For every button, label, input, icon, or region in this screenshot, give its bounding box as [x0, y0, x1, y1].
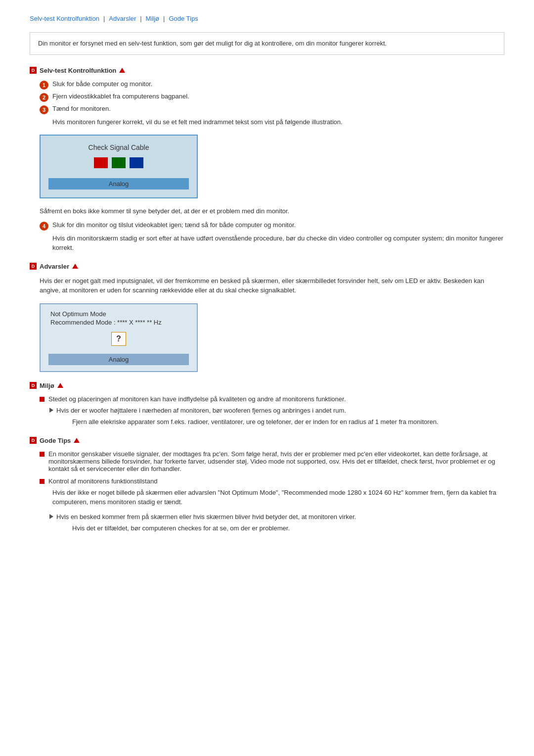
gode-tips-bullet-sq-2 — [40, 479, 44, 484]
step-4-text: Sluk for din monitor og tilslut videokab… — [52, 221, 296, 229]
miljo-sub-1: Hvis der er woofer højttalere i nærheden… — [49, 406, 504, 416]
nav-link-miljo[interactable]: Miljø — [146, 15, 159, 22]
selv-test-triangle — [119, 68, 125, 73]
gode-tips-sub-1-cont: Hvis det er tilfældet, bør computeren ch… — [30, 523, 504, 533]
color-blocks — [94, 157, 143, 168]
nav-link-selv-test[interactable]: Selv-test Kontrolfunktion — [30, 15, 99, 22]
advarsler-text: Hvis der er noget galt med inputsignalet… — [30, 276, 504, 295]
nav-bar: Selv-test Kontrolfunktion | Advarsler | … — [30, 15, 504, 22]
step-4-note: Hvis din monitorskærm stadig er sort eft… — [30, 234, 504, 253]
gode-tips-bullet-2: Kontrol af monitorens funktionstilstand — [30, 477, 504, 485]
step-3-note: Hvis monitoren fungerer korrekt, vil du … — [30, 117, 504, 127]
step-3-text: Tænd for monitoren. — [52, 105, 111, 112]
gode-tips-bullet-2-text: Kontrol af monitorens funktionstilstand — [48, 477, 157, 485]
question-mark-box: ? — [111, 332, 126, 346]
miljo-triangle — [57, 383, 63, 388]
monitor-bottom-bar: Analog — [48, 178, 189, 189]
miljo-title: Miljø — [40, 382, 54, 389]
selv-test-title: Selv-test Kontrolfunktion — [40, 67, 116, 74]
gode-tips-bullet-sq-1 — [40, 452, 44, 457]
info-box: Din monitor er forsynet med en selv-test… — [30, 32, 504, 55]
gode-tips-sub-1-text: Hvis en besked kommer frem på skærmen el… — [56, 512, 356, 522]
advarsler-triangle — [72, 264, 78, 269]
not-opt-title: Not Optimum Mode — [48, 310, 106, 318]
step-3-number: 3 — [40, 105, 48, 114]
gode-tips-header: D Gode Tips — [30, 437, 504, 444]
step-2-number: 2 — [40, 93, 48, 102]
gode-tips-bullet-1: En monitor genskaber visuelle signaler, … — [30, 450, 504, 472]
info-box-text: Din monitor er forsynet med en selv-test… — [38, 40, 387, 47]
gode-tips-bullet-1-text: En monitor genskaber visuelle signaler, … — [48, 450, 504, 472]
monitor-illustration: Check Signal Cable Analog — [40, 135, 198, 198]
gode-tips-bullet-2-note: Hvis der ikke er noget billede på skærme… — [30, 488, 504, 507]
gode-tips-icon: D — [30, 437, 37, 444]
gode-tips-title: Gode Tips — [40, 437, 71, 444]
step-4-number: 4 — [40, 222, 48, 231]
nav-separator-2: | — [140, 15, 141, 22]
not-opt-bottom: Analog — [48, 354, 189, 365]
step-2: 2 Fjern videostikkablet fra computerens … — [30, 93, 504, 102]
nav-separator-1: | — [103, 15, 105, 22]
advarsler-header: D Advarsler — [30, 263, 504, 270]
miljo-icon: D — [30, 382, 37, 389]
miljo-sub-1-text: Hvis der er woofer højttalere i nærheden… — [56, 406, 346, 416]
not-opt-sub: Recommended Mode : **** X **** ** Hz — [48, 319, 162, 326]
color-block-green — [112, 157, 126, 168]
selv-test-icon: D — [30, 67, 37, 74]
gode-tips-triangle — [74, 438, 80, 443]
color-block-blue — [130, 157, 143, 168]
monitor-display-title: Check Signal Cable — [89, 143, 149, 151]
nav-separator-3: | — [163, 15, 165, 22]
miljo-sub-1-cont: Fjern alle elekriske apparater som f.eks… — [30, 417, 504, 427]
color-block-red — [94, 157, 108, 168]
step-1-number: 1 — [40, 81, 48, 90]
step-4: 4 Sluk for din monitor og tilslut videok… — [30, 221, 504, 231]
miljo-bullet-1-text: Stedet og placeringen af monitoren kan h… — [48, 395, 346, 403]
step-2-text: Fjern videostikkablet fra computerens ba… — [52, 93, 189, 100]
nav-link-advarsler[interactable]: Advarsler — [109, 15, 136, 22]
nav-link-gode-tips[interactable]: Gode Tips — [169, 15, 198, 22]
selv-test-header: D Selv-test Kontrolfunktion — [30, 67, 504, 74]
step-1-text: Sluk for både computer og monitor. — [52, 80, 152, 88]
miljo-bullet-sq — [40, 397, 44, 402]
gode-tips-sub-1: Hvis en besked kommer frem på skærmen el… — [49, 512, 504, 522]
advarsler-title: Advarsler — [40, 263, 69, 270]
miljo-arrow-1 — [49, 408, 53, 413]
miljo-bullet-1: Stedet og placeringen af monitoren kan h… — [30, 395, 504, 403]
not-optimum-illustration: Not Optimum Mode Recommended Mode : ****… — [40, 303, 198, 372]
miljo-header: D Miljø — [30, 382, 504, 389]
step-1: 1 Sluk for både computer og monitor. — [30, 80, 504, 90]
gode-tips-arrow-1 — [49, 514, 53, 519]
step-3: 3 Tænd for monitoren. — [30, 105, 504, 114]
advarsler-icon: D — [30, 263, 37, 270]
after-display-text: Såfremt en boks ikke kommer til syne bet… — [30, 206, 504, 216]
